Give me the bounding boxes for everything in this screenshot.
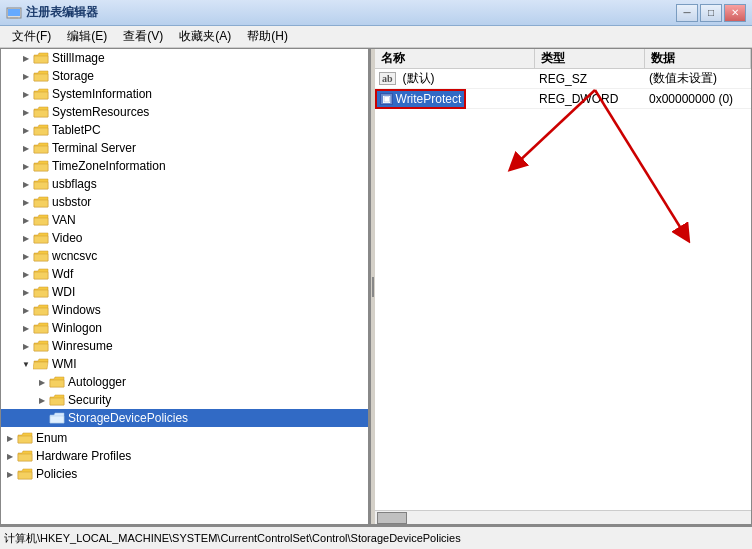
tree-item-systemresources[interactable]: ▶ SystemResources	[1, 103, 368, 121]
app-icon	[6, 5, 22, 21]
tree-item-usbflags[interactable]: ▶ usbflags	[1, 175, 368, 193]
tree-item-windows[interactable]: ▶ Windows	[1, 301, 368, 319]
expand-arrow: ▶	[21, 71, 31, 81]
col-header-data[interactable]: 数据	[645, 49, 751, 68]
tree-item-wdf[interactable]: ▶ Wdf	[1, 265, 368, 283]
folder-icon-open	[33, 357, 49, 371]
reg-label-writeprotect: WriteProtect	[396, 92, 462, 106]
expand-arrow: ▶	[21, 107, 31, 117]
menu-help[interactable]: 帮助(H)	[239, 26, 296, 47]
folder-icon	[33, 177, 49, 191]
tree-item-timezoneinformation[interactable]: ▶ TimeZoneInformation	[1, 157, 368, 175]
tree-label-wdi: WDI	[52, 285, 75, 299]
folder-icon	[33, 51, 49, 65]
tree-label-timezoneinformation: TimeZoneInformation	[52, 159, 166, 173]
status-bar: 计算机\HKEY_LOCAL_MACHINE\SYSTEM\CurrentCon…	[0, 525, 752, 549]
vertical-splitter[interactable]	[371, 49, 375, 524]
folder-icon	[49, 393, 65, 407]
expand-arrow: ▶	[5, 451, 15, 461]
expand-arrow: ▶	[21, 179, 31, 189]
menu-file[interactable]: 文件(F)	[4, 26, 59, 47]
tree-label-hardwareprofiles: Hardware Profiles	[36, 449, 131, 463]
tree-item-tabletpc[interactable]: ▶ TabletPC	[1, 121, 368, 139]
minimize-button[interactable]: ─	[676, 4, 698, 22]
svg-marker-32	[34, 308, 48, 315]
scroll-thumb[interactable]	[377, 512, 407, 524]
expand-arrow: ▶	[21, 161, 31, 171]
expand-arrow: ▶	[21, 233, 31, 243]
registry-list[interactable]: ab (默认) REG_SZ (数值未设置) ▣ WriteProtect RE…	[375, 69, 751, 510]
reg-name-box-writeprotect: ▣ WriteProtect	[375, 89, 466, 109]
tree-item-usbstor[interactable]: ▶ usbstor	[1, 193, 368, 211]
tree-label-enum: Enum	[36, 431, 67, 445]
svg-marker-12	[34, 128, 48, 135]
expand-arrow: ▶	[21, 53, 31, 63]
menu-favorites[interactable]: 收藏夹(A)	[171, 26, 239, 47]
reg-data-writeprotect: 0x00000000 (0)	[645, 92, 751, 106]
tree-item-security[interactable]: ▶ Security	[1, 391, 368, 409]
folder-icon	[33, 339, 49, 353]
menu-view[interactable]: 查看(V)	[115, 26, 171, 47]
tree-item-policies[interactable]: ▶ Policies	[1, 465, 368, 483]
tree-label-autologger: Autologger	[68, 375, 126, 389]
reg-label-default: (默认)	[403, 70, 435, 87]
close-button[interactable]: ✕	[724, 4, 746, 22]
tree-item-winresume[interactable]: ▶ Winresume	[1, 337, 368, 355]
tree-item-terminalserver[interactable]: ▶ Terminal Server	[1, 139, 368, 157]
tree-item-winlogon[interactable]: ▶ Winlogon	[1, 319, 368, 337]
tree-item-video[interactable]: ▶ Video	[1, 229, 368, 247]
expand-arrow-wmi: ▼	[21, 359, 31, 369]
expand-arrow: ▶	[37, 377, 47, 387]
tree-label-wcncsvc: wcncsvc	[52, 249, 97, 263]
registry-row-default[interactable]: ab (默认) REG_SZ (数值未设置)	[375, 69, 751, 89]
main-wrapper: ▶ StillImage ▶ Storage ▶ Syst	[0, 48, 752, 525]
reg-type-default: REG_SZ	[535, 72, 645, 86]
tree-label-systemresources: SystemResources	[52, 105, 149, 119]
folder-icon	[33, 231, 49, 245]
tree-item-autologger[interactable]: ▶ Autologger	[1, 373, 368, 391]
reg-name-default: ab (默认)	[375, 70, 535, 87]
main-container: ▶ StillImage ▶ Storage ▶ Syst	[0, 48, 752, 525]
svg-marker-16	[34, 164, 48, 171]
tree-label-video: Video	[52, 231, 82, 245]
folder-icon	[33, 105, 49, 119]
tree-item-storage[interactable]: ▶ Storage	[1, 67, 368, 85]
svg-marker-44	[50, 416, 64, 423]
svg-marker-40	[50, 380, 64, 387]
folder-icon	[49, 411, 65, 425]
tree-item-wdi[interactable]: ▶ WDI	[1, 283, 368, 301]
tree-label-winlogon: Winlogon	[52, 321, 102, 335]
svg-marker-20	[34, 200, 48, 207]
tree-item-systeminformation[interactable]: ▶ SystemInformation	[1, 85, 368, 103]
svg-marker-8	[34, 92, 48, 99]
col-header-type[interactable]: 类型	[535, 49, 645, 68]
svg-rect-1	[8, 9, 20, 16]
tree-item-stillimage[interactable]: ▶ StillImage	[1, 49, 368, 67]
title-bar-left: 注册表编辑器	[6, 4, 98, 21]
tree-item-storagedevicepolicies[interactable]: StorageDevicePolicies	[1, 409, 368, 427]
tree-panel[interactable]: ▶ StillImage ▶ Storage ▶ Syst	[1, 49, 371, 524]
tree-label-winresume: Winresume	[52, 339, 113, 353]
tree-item-enum[interactable]: ▶ Enum	[1, 429, 368, 447]
tree-item-hardwareprofiles[interactable]: ▶ Hardware Profiles	[1, 447, 368, 465]
menu-edit[interactable]: 编辑(E)	[59, 26, 115, 47]
registry-row-writeprotect[interactable]: ▣ WriteProtect REG_DWORD 0x00000000 (0)	[375, 89, 751, 109]
folder-icon	[33, 285, 49, 299]
tree-label-usbstor: usbstor	[52, 195, 91, 209]
folder-icon	[33, 321, 49, 335]
tree-item-wmi[interactable]: ▼ WMI	[1, 355, 368, 373]
tree-item-van[interactable]: ▶ VAN	[1, 211, 368, 229]
tree-label-policies: Policies	[36, 467, 77, 481]
col-header-name[interactable]: 名称	[375, 49, 535, 68]
svg-marker-34	[34, 326, 48, 333]
expand-arrow: ▶	[37, 395, 47, 405]
svg-marker-36	[34, 344, 48, 351]
folder-icon	[33, 159, 49, 173]
tree-label-usbflags: usbflags	[52, 177, 97, 191]
maximize-button[interactable]: □	[700, 4, 722, 22]
svg-marker-37	[34, 359, 48, 362]
folder-icon	[33, 69, 49, 83]
tree-label-van: VAN	[52, 213, 76, 227]
horizontal-scrollbar[interactable]	[375, 510, 751, 524]
tree-item-wcncsvc[interactable]: ▶ wcncsvc	[1, 247, 368, 265]
